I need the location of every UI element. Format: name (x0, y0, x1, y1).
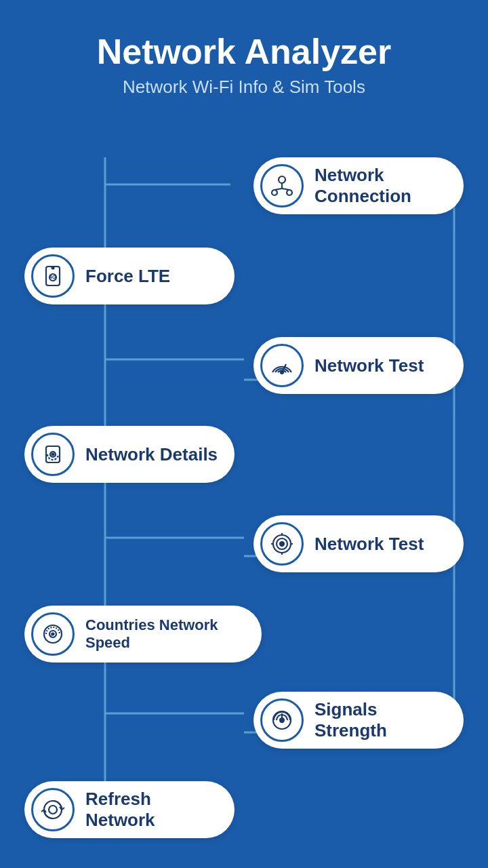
svg-line-16 (282, 189, 289, 190)
network-test-2-button[interactable]: Network Test (253, 515, 464, 572)
svg-point-13 (287, 190, 292, 195)
force-lte-button[interactable]: 4G Force LTE (24, 248, 235, 304)
svg-point-11 (279, 176, 285, 183)
network-details-icon (31, 433, 75, 476)
svg-line-15 (274, 189, 282, 190)
network-test-1-button[interactable]: Network Test (253, 337, 464, 394)
signals-strength-button[interactable]: Signals Strength (253, 692, 464, 749)
network-test-2-icon (260, 522, 304, 566)
network-connection-icon (260, 164, 304, 208)
refresh-network-label: Refresh Network (85, 789, 218, 831)
svg-point-41 (49, 806, 57, 814)
network-connection-label: Network Connection (314, 165, 447, 207)
network-details-label: Network Details (85, 444, 218, 465)
svg-point-12 (272, 190, 277, 195)
countries-network-speed-label: Countries Network Speed (85, 616, 245, 652)
app-title: Network Analyzer (0, 33, 488, 71)
refresh-network-icon (31, 788, 75, 831)
app-subtitle: Network Wi-Fi Info & Sim Tools (0, 77, 488, 98)
network-connection-button[interactable]: Network Connection (253, 157, 464, 214)
svg-point-25 (52, 454, 54, 456)
signals-strength-label: Signals Strength (314, 699, 447, 741)
force-lte-icon: 4G (31, 254, 75, 298)
signals-strength-icon (260, 698, 304, 742)
countries-network-speed-icon: i (31, 612, 75, 656)
force-lte-label: Force LTE (85, 266, 170, 287)
svg-text:4G: 4G (49, 275, 56, 279)
network-test-2-label: Network Test (314, 534, 424, 555)
svg-point-23 (281, 371, 283, 374)
refresh-network-button[interactable]: Refresh Network (24, 781, 235, 838)
countries-network-speed-button[interactable]: i Countries Network Speed (24, 606, 262, 663)
svg-point-28 (280, 542, 284, 546)
network-details-button[interactable]: Network Details (24, 426, 235, 483)
svg-text:i: i (51, 631, 52, 637)
svg-point-20 (52, 267, 54, 269)
app-header: Network Analyzer Network Wi-Fi Info & Si… (0, 0, 488, 111)
network-test-1-icon (260, 344, 304, 387)
network-test-1-label: Network Test (314, 355, 424, 376)
